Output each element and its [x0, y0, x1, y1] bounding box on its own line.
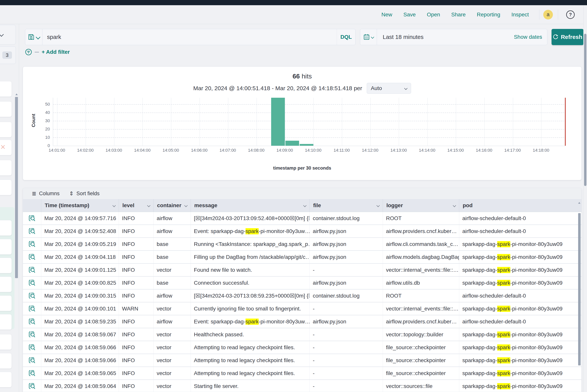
cell-logger: airflow.providers.cncf.kuber… — [383, 315, 459, 328]
cell-file: airflow.py.json — [310, 276, 383, 289]
inspect-document-icon[interactable] — [28, 292, 36, 299]
cell-expand[interactable] — [23, 251, 41, 263]
cell-expand[interactable] — [23, 225, 41, 238]
column-header-message[interactable]: message — [190, 199, 310, 212]
field-button[interactable] — [0, 160, 12, 176]
field-button[interactable] — [0, 81, 12, 97]
cell-message: Connection successful. — [190, 276, 310, 289]
remove-field-icon[interactable]: ✕ — [0, 144, 6, 150]
field-button[interactable] — [0, 314, 12, 330]
table-scrollbar[interactable] — [578, 213, 581, 366]
chevron-down-icon[interactable] — [453, 204, 456, 207]
nav-save[interactable]: Save — [403, 12, 416, 18]
inspect-document-icon[interactable] — [28, 305, 36, 312]
cell-text: Attempting to read legacy checkpoint fil… — [194, 370, 295, 376]
inspect-document-icon[interactable] — [28, 383, 36, 390]
inspect-document-icon[interactable] — [28, 215, 36, 222]
table-scroll-up-icon[interactable] — [578, 202, 580, 204]
cell-expand[interactable] — [23, 290, 41, 302]
chevron-down-icon[interactable] — [147, 204, 150, 207]
inspect-document-icon[interactable] — [28, 254, 36, 260]
column-header-level[interactable]: level — [119, 199, 154, 212]
interval-select[interactable]: Auto — [367, 83, 411, 94]
field-button[interactable] — [0, 220, 12, 236]
cell-expand[interactable] — [23, 380, 41, 392]
inspect-document-icon[interactable] — [28, 344, 36, 351]
cell-expand[interactable] — [23, 367, 41, 380]
show-dates-button[interactable]: Show dates — [514, 34, 547, 40]
field-button[interactable] — [0, 334, 12, 350]
cell-expand[interactable] — [23, 354, 41, 366]
cell-level: INFO — [119, 367, 154, 380]
avatar[interactable]: a — [543, 10, 553, 20]
inspect-document-icon[interactable] — [28, 357, 36, 364]
nav-reporting[interactable]: Reporting — [477, 12, 500, 18]
chevron-down-icon[interactable] — [303, 204, 306, 207]
histogram-bar[interactable] — [271, 98, 285, 146]
refresh-button[interactable]: Refresh — [552, 29, 584, 45]
field-button[interactable] — [0, 122, 12, 138]
field-button[interactable] — [0, 296, 12, 311]
cell-logger: vector::topology::builder — [383, 328, 459, 341]
cell-pod: sparkapp-dag-spark-pi-monitor-80y3uw09 — [459, 328, 579, 341]
chevron-down-icon — [404, 87, 408, 90]
column-header-container[interactable]: container — [154, 199, 190, 212]
field-button[interactable]: ✕ — [0, 140, 12, 155]
cell-expand[interactable] — [23, 238, 41, 250]
quick-select-menu-button[interactable] — [360, 29, 377, 45]
query-language-button[interactable]: DQL — [337, 29, 355, 45]
cell-expand[interactable] — [23, 264, 41, 276]
field-button[interactable] — [0, 372, 12, 387]
sidebar-collapse-button[interactable] — [0, 25, 16, 44]
inspect-document-icon[interactable] — [28, 318, 36, 325]
histogram-bar[interactable] — [286, 141, 299, 146]
chevron-down-icon[interactable] — [376, 204, 380, 207]
sidebar-scrollbar[interactable] — [15, 97, 18, 278]
histogram-bar[interactable] — [300, 144, 313, 146]
columns-button[interactable]: ≣ Columns — [32, 190, 60, 197]
cell-expand[interactable] — [23, 212, 41, 224]
horizontal-gridline — [53, 138, 566, 138]
column-header-logger[interactable]: logger — [383, 199, 459, 212]
cell-expand[interactable] — [23, 328, 41, 341]
search-input[interactable]: spark — [42, 34, 337, 40]
inspect-document-icon[interactable] — [28, 370, 36, 377]
inspect-document-icon[interactable] — [28, 228, 36, 235]
field-button[interactable] — [0, 180, 12, 195]
field-button[interactable] — [0, 101, 12, 117]
filter-icon[interactable] — [25, 48, 32, 56]
nav-inspect[interactable]: Inspect — [512, 12, 529, 18]
inspect-document-icon[interactable] — [28, 241, 36, 248]
cell-expand[interactable] — [23, 341, 41, 354]
chevron-down-icon[interactable] — [112, 204, 116, 207]
cell-expand[interactable] — [23, 315, 41, 328]
help-icon[interactable]: ? — [566, 10, 575, 19]
cell-expand[interactable] — [23, 276, 41, 289]
column-header-time[interactable]: Time (timestamp) — [41, 199, 119, 212]
nav-new[interactable]: New — [382, 12, 392, 18]
inspect-document-icon[interactable] — [28, 331, 36, 338]
field-button[interactable] — [0, 353, 12, 369]
nav-open[interactable]: Open — [427, 12, 440, 18]
chevron-down-icon[interactable] — [184, 204, 188, 207]
column-header-file[interactable]: file — [310, 199, 383, 212]
field-button[interactable] — [0, 239, 12, 254]
page-scrollbar-thumb[interactable] — [584, 34, 586, 186]
field-button[interactable] — [0, 276, 12, 292]
saved-query-menu-button[interactable] — [25, 29, 42, 45]
add-filter-button[interactable]: + Add filter — [42, 49, 70, 55]
page-scrollbar[interactable] — [583, 5, 587, 392]
save-icon — [28, 34, 34, 40]
cell-text: sparkapp-dag- — [462, 241, 497, 247]
inspect-document-icon[interactable] — [28, 280, 36, 286]
column-header-pod[interactable]: pod — [459, 199, 579, 212]
time-range-value[interactable]: Last 18 minutes — [377, 34, 514, 40]
column-header-label: file — [313, 202, 321, 208]
sidebar-scroll-up-icon[interactable] — [16, 94, 18, 95]
nav-share[interactable]: Share — [451, 12, 466, 18]
field-button[interactable] — [0, 258, 12, 273]
highlighted-match: spark — [497, 267, 510, 273]
sort-fields-button[interactable]: ⇕ Sort fields — [69, 190, 100, 197]
inspect-document-icon[interactable] — [28, 266, 36, 274]
cell-expand[interactable] — [23, 302, 41, 315]
